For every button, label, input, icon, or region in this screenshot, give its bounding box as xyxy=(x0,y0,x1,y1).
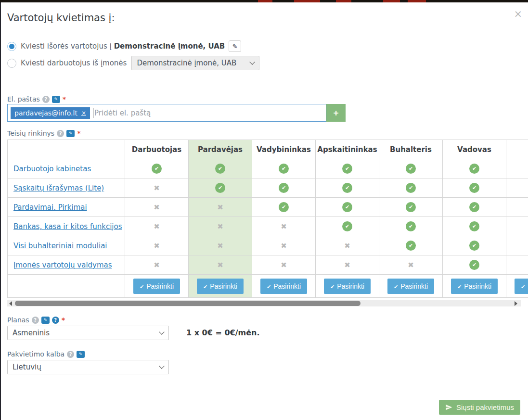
email-input[interactable]: pardavejas@info.lt × Pridėti el. paštą xyxy=(7,104,326,122)
permission-cell: ✖ xyxy=(125,255,189,275)
permission-cell xyxy=(506,236,528,255)
table-row: Sąskaitų išrašymas (Lite)✖✔✔✔✔✔ xyxy=(8,178,528,198)
column-header-2: Pardavėjas xyxy=(189,140,252,159)
permission-cell: ✖ xyxy=(125,178,189,198)
permission-cell: ✖ xyxy=(125,217,189,236)
permission-cell: ✔ xyxy=(316,198,379,217)
permission-cell: ✔ xyxy=(443,178,506,198)
plan-select[interactable]: Asmeninis xyxy=(7,326,169,340)
edit-translation-icon[interactable]: ✎ xyxy=(41,317,50,324)
plan-label-row: Planas ? ✎ ? * xyxy=(7,316,65,324)
button-cell: ✔Pasirinkti xyxy=(125,275,189,298)
close-icon[interactable]: × xyxy=(514,9,522,19)
edit-translation-icon[interactable]: ✎ xyxy=(77,351,85,358)
scroll-right-icon[interactable] xyxy=(515,301,517,306)
permission-cell xyxy=(506,159,528,178)
help-icon[interactable]: ? xyxy=(32,317,39,324)
invite-external-radio[interactable] xyxy=(7,42,16,51)
permission-cell: ✖ xyxy=(189,255,252,275)
permission-cell: ✔ xyxy=(443,198,506,217)
module-link[interactable]: Pardavimai. Pirkimai xyxy=(13,203,87,212)
column-header-6: Vadovas xyxy=(443,140,506,159)
module-cell: Sąskaitų išrašymas (Lite) xyxy=(8,178,125,198)
check-icon: ✔ xyxy=(140,284,144,290)
check-icon: ✔ xyxy=(342,183,352,193)
select-column-button[interactable]: ✔Pasirinkti xyxy=(197,279,244,294)
email-input-row: pardavejas@info.lt × Pridėti el. paštą + xyxy=(7,104,346,122)
module-link[interactable]: Darbuotojo kabinetas xyxy=(13,165,91,173)
language-label: Pakvietimo kalba xyxy=(7,350,64,358)
background-red-element xyxy=(383,0,400,2)
permission-cell: ✔ xyxy=(443,236,506,255)
check-icon: ✔ xyxy=(469,164,479,174)
select-column-button[interactable]: ✔Pasirinkti xyxy=(324,279,371,294)
check-icon: ✔ xyxy=(406,164,416,174)
help-icon[interactable]: ? xyxy=(57,130,64,137)
help-icon[interactable]: ? xyxy=(67,351,74,358)
module-cell: Visi buhalteriniai moduliai xyxy=(8,236,125,255)
check-icon: ✔ xyxy=(406,221,416,231)
permission-cell xyxy=(506,217,528,236)
check-icon: ✔ xyxy=(152,164,162,174)
permission-cell: ✖ xyxy=(316,255,379,275)
permission-cell: ✖ xyxy=(189,198,252,217)
background-page-edge xyxy=(0,2,1,420)
cross-icon: ✖ xyxy=(281,261,287,269)
horizontal-scrollbar[interactable] xyxy=(7,300,521,306)
permission-cell: ✔ xyxy=(189,159,252,178)
cross-icon: ✖ xyxy=(344,261,350,269)
permission-cell: ✖ xyxy=(125,236,189,255)
invite-internal-radio[interactable] xyxy=(7,59,16,68)
permission-cell: ✔ xyxy=(316,217,379,236)
plan-info-icon[interactable]: ? xyxy=(52,317,59,324)
table-row: Darbuotojo kabinetas✔✔✔✔✔✔ xyxy=(8,159,528,178)
select-column-button[interactable]: ✔Pasirinkti xyxy=(515,279,528,294)
permission-cell: ✔ xyxy=(189,178,252,198)
remove-email-icon[interactable]: × xyxy=(81,110,86,116)
permission-cell: ✔ xyxy=(125,159,189,178)
required-asterisk: * xyxy=(62,316,65,324)
module-link[interactable]: Bankas, kasa ir kitos funkcijos xyxy=(13,222,122,231)
check-icon: ✔ xyxy=(469,202,479,212)
permission-cell: ✖ xyxy=(252,217,316,236)
pencil-icon: ✎ xyxy=(232,43,238,50)
permission-cell xyxy=(506,178,528,198)
cross-icon: ✖ xyxy=(154,184,160,192)
language-label-row: Pakvietimo kalba ? ✎ xyxy=(7,350,85,358)
required-asterisk: * xyxy=(77,129,80,137)
check-icon: ✔ xyxy=(279,202,289,212)
permission-cell: ✖ xyxy=(252,236,316,255)
permission-cell: ✖ xyxy=(189,217,252,236)
company-select[interactable]: Demonstracinė įmonė, UAB xyxy=(131,56,259,70)
edit-company-button[interactable]: ✎ xyxy=(229,40,241,52)
scrollbar-thumb[interactable] xyxy=(15,301,361,306)
button-cell: ✔Pasirinkti xyxy=(316,275,379,298)
scroll-left-icon[interactable] xyxy=(9,301,12,306)
button-cell: ✔Pasirinkti xyxy=(506,275,528,298)
cross-icon: ✖ xyxy=(154,242,160,250)
help-icon[interactable]: ? xyxy=(42,96,50,103)
permission-cell: ✔ xyxy=(443,255,506,275)
permission-cell: ✖ xyxy=(252,255,316,275)
select-column-button[interactable]: ✔Pasirinkti xyxy=(451,279,498,294)
module-link[interactable]: Sąskaitų išrašymas (Lite) xyxy=(13,184,104,192)
module-link[interactable]: Visi buhalteriniai moduliai xyxy=(13,242,107,250)
language-select[interactable]: Lietuvių xyxy=(7,360,169,374)
cross-icon: ✖ xyxy=(154,222,160,231)
module-link[interactable]: Įmonės vartotojų valdymas xyxy=(13,261,112,269)
permissions-table: DarbuotojasPardavėjasVadybininkasApskait… xyxy=(7,140,528,298)
select-column-button[interactable]: ✔Pasirinkti xyxy=(133,279,180,294)
select-column-button[interactable]: ✔Pasirinkti xyxy=(260,279,307,294)
table-row: Pardavimai. Pirkimai✖✖✔✔✔✔ xyxy=(8,198,528,217)
send-invitations-button[interactable]: Siųsti pakvietimus xyxy=(439,400,520,415)
cross-icon: ✖ xyxy=(154,261,160,269)
required-asterisk: * xyxy=(63,95,66,103)
add-email-button[interactable]: + xyxy=(326,104,346,122)
column-header-7: Aps xyxy=(506,140,528,159)
table-button-row: ✔Pasirinkti✔Pasirinkti✔Pasirinkti✔Pasiri… xyxy=(8,275,528,298)
select-column-button[interactable]: ✔Pasirinkti xyxy=(387,279,434,294)
edit-translation-icon[interactable]: ✎ xyxy=(52,96,60,103)
edit-translation-icon[interactable]: ✎ xyxy=(66,130,75,137)
column-header-4: Apskaitininkas xyxy=(316,140,379,159)
column-header-1: Darbuotojas xyxy=(125,140,189,159)
